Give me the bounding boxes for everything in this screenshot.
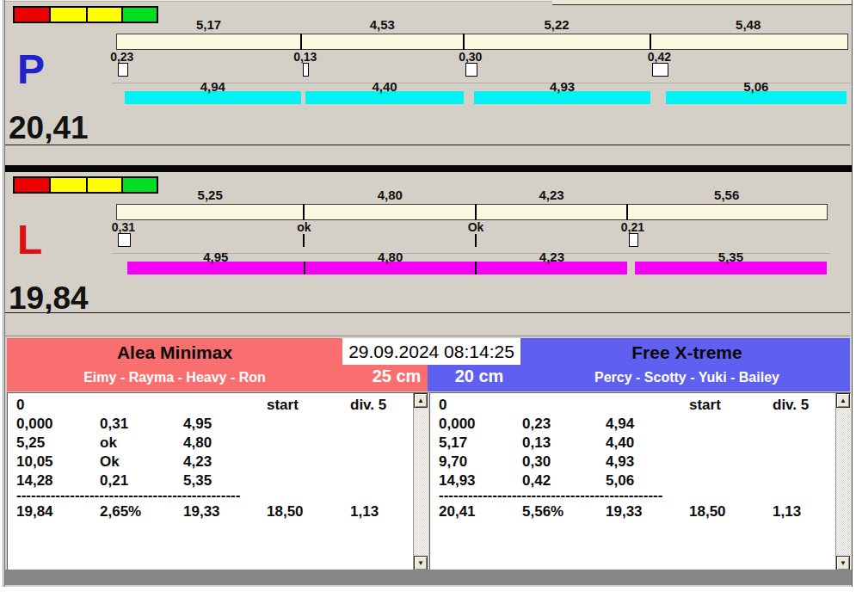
table-cell: 0,000	[16, 415, 100, 434]
lane-total-time: 20,41	[9, 112, 89, 144]
table-cell: 1,13	[773, 502, 836, 521]
table-cell: 0,42	[522, 471, 606, 490]
split-time-label: 5,17	[116, 17, 301, 32]
split-bar-tick	[303, 204, 305, 220]
crossing-box	[652, 63, 668, 77]
split-bar-tick	[626, 204, 628, 220]
table-cell	[267, 453, 350, 471]
vertical-scrollbar[interactable]: ▲▼	[413, 393, 428, 570]
crossing-tick	[475, 234, 477, 247]
split-time-label: 5,56	[627, 188, 826, 202]
table-cell: 4,94	[606, 415, 689, 434]
table-cell: 20,41	[439, 502, 522, 521]
split-bar	[116, 34, 848, 50]
lane-letter: L	[17, 219, 42, 261]
table-separator: ----------------------------------------…	[8, 490, 414, 502]
table-cell: 18,50	[689, 502, 773, 521]
app-window: P20,415,174,535,225,480,230,130,300,424,…	[2, 0, 853, 587]
split-time-label: 5,22	[464, 17, 650, 32]
crossing-tick	[303, 234, 305, 247]
table-cell	[100, 396, 183, 415]
table-row: 9,700,304,93	[430, 453, 836, 471]
status-light-1	[15, 178, 51, 192]
jump-height-label: 25 cm	[366, 367, 427, 386]
table-cell	[606, 396, 689, 415]
team-name: Alea Minimax	[7, 342, 342, 363]
table-separator: ----------------------------------------…	[430, 490, 836, 502]
split-table-right: 0startdiv. 50,0000,234,945,170,134,409,7…	[429, 392, 851, 570]
window-left-border	[2, 0, 5, 587]
status-light-1	[15, 8, 51, 22]
table-cell: 4,93	[606, 453, 689, 471]
scroll-down-button[interactable]: ▼	[414, 556, 428, 570]
lane-divider	[5, 165, 852, 172]
crossing-label: 0,13	[280, 50, 331, 64]
table-cell: 0,21	[100, 471, 183, 490]
table-cell: 4,40	[606, 434, 689, 453]
lane-total-time: 19,84	[9, 282, 89, 314]
lane-letter: P	[17, 49, 45, 90]
table-cell: div. 5	[773, 396, 836, 415]
split-bar-tick	[650, 34, 651, 50]
table-cell	[689, 471, 773, 490]
table-cell: 5,06	[606, 471, 689, 490]
table-cell	[183, 396, 267, 415]
vertical-scrollbar[interactable]: ▲▼	[835, 393, 851, 570]
scroll-down-button[interactable]: ▼	[836, 556, 850, 570]
table-cell: 4,80	[183, 434, 267, 453]
table-cell: 19,84	[16, 502, 100, 521]
table-cell: 19,33	[606, 502, 689, 521]
split-bar-tick	[475, 204, 477, 220]
crossing-box	[303, 63, 309, 77]
team-name: Free X-treme	[524, 342, 850, 363]
table-cell: 19,33	[183, 502, 267, 521]
flyball-timing-screen: P20,415,174,535,225,480,230,130,300,424,…	[0, 0, 856, 616]
dog-time-label: 5,35	[635, 249, 827, 264]
bottom-status-band	[5, 570, 852, 585]
split-table-left: 0startdiv. 50,0000,314,955,25ok4,8010,05…	[7, 392, 428, 570]
table-cell: 5,35	[183, 471, 267, 490]
lane-panel-left: L19,845,254,804,235,560,31okOk0,214,954,…	[5, 174, 850, 313]
scroll-up-button[interactable]: ▲	[414, 393, 428, 408]
table-cell: start	[689, 396, 773, 415]
crossing-box	[118, 63, 128, 77]
table-cell: 1,13	[350, 502, 414, 521]
table-cell	[267, 415, 350, 434]
table-cell: 5,25	[16, 434, 100, 453]
table-cell: 0,31	[100, 415, 183, 434]
crossing-box	[465, 63, 477, 77]
results-section: Alea Minimax Eimy - Rayma - Heavy - Ron …	[5, 336, 850, 570]
table-totals-row: 19,842,65%19,3318,501,13	[8, 502, 414, 521]
scroll-up-button[interactable]: ▲	[836, 393, 850, 408]
table-rows: 0startdiv. 50,0000,234,945,170,134,409,7…	[430, 396, 836, 521]
table-cell	[689, 415, 773, 434]
table-cell	[689, 434, 773, 453]
dog-time-label: 4,80	[305, 249, 477, 264]
table-cell: 0	[16, 396, 100, 415]
table-cell	[267, 471, 350, 490]
table-cell: 0,13	[522, 434, 606, 453]
table-cell	[350, 434, 414, 453]
table-row: 5,25ok4,80	[8, 434, 414, 453]
table-cell	[773, 434, 836, 453]
table-rows: 0startdiv. 50,0000,314,955,25ok4,8010,05…	[8, 396, 414, 521]
crossing-box	[629, 233, 638, 247]
table-cell	[773, 415, 836, 434]
status-light-2	[51, 178, 88, 192]
table-cell: 0,000	[439, 415, 522, 434]
table-cell	[350, 471, 414, 490]
table-row: 10,05Ok4,23	[8, 453, 414, 471]
split-time-label: 5,25	[116, 188, 304, 202]
crossing-label: 0,23	[96, 50, 148, 64]
table-cell: 14,28	[16, 471, 100, 490]
dog-time-label: 5,06	[666, 79, 847, 94]
crossing-label: 0,42	[633, 50, 685, 64]
table-cell: 0,30	[522, 453, 606, 471]
table-row: 14,930,425,06	[430, 471, 836, 490]
dog-time-label: 4,94	[125, 79, 302, 94]
crossing-box	[118, 233, 131, 247]
jump-height-label: 20 cm	[449, 367, 509, 386]
table-header-row: 0startdiv. 5	[430, 396, 836, 415]
table-cell	[522, 396, 606, 415]
table-cell: 9,70	[439, 453, 522, 471]
